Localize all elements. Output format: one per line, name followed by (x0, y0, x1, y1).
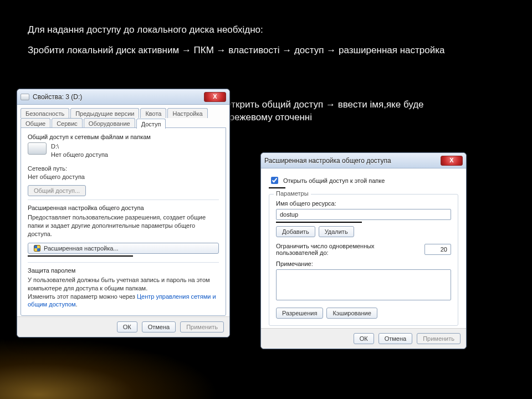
ok-button[interactable]: ОК (354, 333, 374, 344)
instruction-line-1: Для надання доступу до локального диска … (28, 24, 263, 37)
annotation-underline (28, 255, 133, 257)
dialog-buttons: ОК Отмена Применить (261, 328, 466, 349)
drive-path: D:\ (51, 142, 108, 151)
open-share-checkbox-input[interactable] (271, 177, 278, 184)
advanced-share-desc: Предоставляет пользовательские разрешени… (28, 213, 219, 238)
background-flare (0, 332, 233, 399)
shield-icon (34, 245, 40, 252)
titlebar[interactable]: Свойства: 3 (D:) X (17, 89, 229, 105)
apply-button[interactable]: Применить (180, 321, 224, 332)
open-share-checkbox[interactable]: Открыть общий доступ к этой папке (269, 175, 458, 186)
properties-window: Свойства: 3 (D:) X Безопасность Предыдущ… (17, 89, 230, 337)
close-button[interactable]: X (441, 156, 463, 166)
password-desc-a: У пользователей должны быть учетная запи… (28, 276, 219, 293)
note-label: Примечание: (276, 260, 451, 267)
delete-button[interactable]: Удалить (319, 226, 354, 237)
advanced-share-heading: Расширенная настройка общего доступа (28, 204, 219, 211)
close-button[interactable]: X (204, 92, 226, 102)
annotation-underline (276, 222, 362, 223)
titlebar[interactable]: Расширенная настройка общего доступа X (261, 153, 466, 168)
tab-panel-sharing: Общий доступ к сетевым файлам и папкам D… (21, 127, 226, 316)
password-desc-prefix: Изменить этот параметр можно через (28, 293, 137, 300)
tab-tools[interactable]: Сервис (52, 118, 83, 128)
tab-security[interactable]: Безопасность (21, 108, 69, 118)
limit-input[interactable] (424, 244, 451, 255)
limit-label: Ограничить число одновременных пользоват… (276, 243, 398, 256)
note-textarea[interactable] (276, 269, 451, 300)
password-desc-suffix: . (76, 301, 78, 308)
advanced-sharing-window: Расширенная настройка общего доступа X О… (260, 152, 467, 349)
cancel-button[interactable]: Отмена (378, 333, 412, 344)
window-title: Расширенная настройка общего доступа (264, 157, 441, 165)
drive-icon (28, 142, 47, 155)
share-button[interactable]: Общий доступ... (28, 185, 86, 196)
drive-icon (21, 94, 29, 100)
ok-button[interactable]: ОК (117, 321, 137, 332)
instruction-line-3: Открить общий доступ → ввести імя,яке бу… (224, 99, 468, 124)
annotation-underline (269, 187, 285, 188)
dialog-buttons: ОК Отмена Применить (17, 316, 229, 337)
open-share-checkbox-label: Открыть общий доступ к этой папке (283, 177, 385, 184)
apply-button[interactable]: Применить (417, 333, 461, 344)
advanced-settings-label: Расширенная настройка... (44, 245, 119, 252)
parameters-group: Параметры Имя общего ресурса: Добавить У… (269, 194, 458, 326)
tab-general[interactable]: Общие (21, 118, 50, 128)
netpath-label: Сетевой путь: (28, 165, 219, 173)
window-title: Свойства: 3 (D:) (33, 93, 204, 101)
netpath-value: Нет общего доступа (28, 173, 219, 181)
share-name-input[interactable] (276, 209, 451, 220)
caching-button[interactable]: Кэширование (326, 308, 377, 319)
share-section-heading: Общий доступ к сетевым файлам и папкам (28, 134, 219, 140)
advanced-settings-button[interactable]: Расширенная настройка... (28, 243, 219, 254)
instruction-line-2: Зробити локальний диск активним → ПКМ → … (28, 44, 449, 57)
add-button[interactable]: Добавить (276, 226, 315, 237)
drive-status: Нет общего доступа (51, 151, 108, 159)
tabs: Безопасность Предыдущие версии Квота Нас… (21, 108, 226, 128)
tab-previous-versions[interactable]: Предыдущие версии (70, 108, 139, 118)
password-protect-heading: Защита паролем (28, 267, 219, 274)
tab-quota[interactable]: Квота (140, 108, 166, 118)
tab-customize[interactable]: Настройка (167, 108, 207, 118)
permissions-button[interactable]: Разрешения (276, 308, 323, 319)
group-legend: Параметры (274, 190, 311, 197)
cancel-button[interactable]: Отмена (142, 321, 176, 332)
password-desc-b: Изменить этот параметр можно через Центр… (28, 293, 219, 309)
tab-sharing[interactable]: Доступ (136, 119, 166, 129)
tab-hardware[interactable]: Оборудование (84, 118, 135, 128)
share-name-label: Имя общего ресурса: (276, 200, 451, 207)
